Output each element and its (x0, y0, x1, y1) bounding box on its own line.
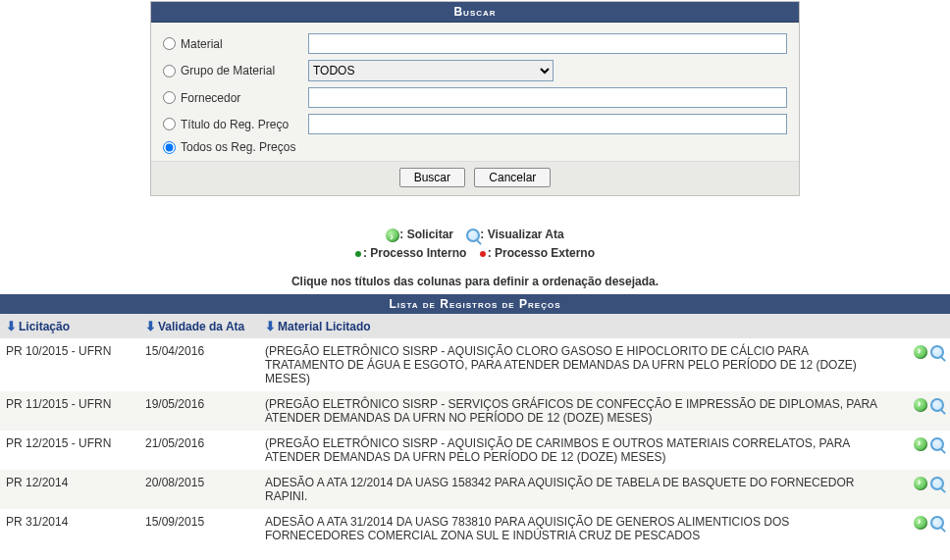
input-titulo[interactable] (308, 114, 787, 134)
cell-material: ADESÃO A ATA 31/2014 DA UASG 783810 PARA… (259, 509, 895, 548)
cell-actions (895, 509, 950, 548)
cell-validade: 15/04/2016 (139, 338, 259, 391)
cell-licitacao: PR 12/2014 (0, 470, 139, 509)
search-title: Buscar (151, 2, 799, 23)
cell-material: (PREGÃO ELETRÔNICO SISRP - SERVIÇOS GRÁF… (259, 391, 895, 431)
cancelar-button[interactable]: Cancelar (474, 168, 551, 187)
label-fornecedor: Fornecedor (181, 91, 308, 105)
cell-material: ADESÃO A ATA 12/2014 DA UASG 158342 PARA… (259, 470, 895, 509)
radio-grupo[interactable] (163, 65, 176, 77)
col-actions (895, 314, 950, 338)
table-row: PR 31/201415/09/2015ADESÃO A ATA 31/2014… (0, 509, 950, 548)
cell-licitacao: PR 10/2015 - UFRN (0, 338, 139, 391)
row-fornecedor: Fornecedor (163, 84, 787, 111)
table-row: PR 11/2015 - UFRN19/05/2016(PREGÃO ELETR… (0, 391, 950, 431)
cell-actions (895, 391, 950, 431)
label-titulo: Título do Reg. Preço (181, 118, 308, 131)
cell-validade: 15/09/2015 (139, 509, 259, 548)
select-grupo[interactable]: TODOS (308, 60, 554, 81)
input-fornecedor[interactable] (308, 87, 787, 108)
sort-arrow-icon: ⬇ (265, 319, 276, 333)
sort-arrow-icon: ⬇ (6, 319, 17, 333)
solicitar-icon[interactable] (914, 516, 927, 530)
legend-externo: : Processo Externo (488, 246, 595, 260)
legend-solicitar: : Solicitar (399, 228, 453, 241)
visualizar-icon[interactable] (930, 345, 944, 359)
row-grupo: Grupo de Material TODOS (163, 57, 787, 84)
visualizar-icon[interactable] (930, 398, 944, 412)
label-material: Material (181, 37, 308, 51)
solicitar-icon[interactable] (914, 437, 927, 451)
visualizar-icon (466, 229, 480, 242)
visualizar-icon[interactable] (930, 477, 944, 490)
col-validade[interactable]: ⬇Validade da Ata (139, 314, 259, 338)
visualizar-icon[interactable] (930, 516, 944, 530)
table-row: PR 12/201420/08/2015ADESÃO A ATA 12/2014… (0, 470, 950, 509)
radio-titulo[interactable] (163, 118, 176, 130)
col-licitacao[interactable]: ⬇Licitação (0, 314, 139, 338)
row-material: Material (163, 30, 787, 57)
solicitar-icon[interactable] (914, 345, 927, 359)
row-titulo: Título do Reg. Preço (163, 111, 787, 137)
cell-validade: 21/05/2016 (139, 431, 259, 470)
label-grupo: Grupo de Material (181, 64, 308, 77)
results-table: ⬇Licitação ⬇Validade da Ata ⬇Material Li… (0, 314, 950, 548)
cell-actions (895, 338, 950, 391)
processo-externo-icon (480, 251, 486, 257)
radio-fornecedor[interactable] (163, 91, 176, 104)
cell-licitacao: PR 11/2015 - UFRN (0, 391, 139, 431)
search-buttons: Buscar Cancelar (151, 161, 799, 195)
search-body: Material Grupo de Material TODOS Fornece… (151, 23, 799, 161)
visualizar-icon[interactable] (930, 437, 944, 451)
table-row: PR 12/2015 - UFRN21/05/2016(PREGÃO ELETR… (0, 431, 950, 470)
sort-arrow-icon: ⬇ (145, 319, 156, 333)
search-panel: Buscar Material Grupo de Material TODOS … (150, 1, 800, 196)
list-title: Lista de Registros de Preços (0, 294, 950, 314)
legend-visualizar: : Visualizar Ata (480, 228, 563, 241)
processo-interno-icon (355, 251, 361, 257)
solicitar-icon (386, 229, 399, 242)
solicitar-icon[interactable] (914, 398, 927, 412)
row-todos: Todos os Reg. Preços (163, 137, 787, 157)
cell-material: (PREGÃO ELETRÔNICO SISRP - AQUISIÇÃO CLO… (259, 338, 895, 391)
sort-instruction: Clique nos títulos das colunas para defi… (0, 269, 950, 294)
cell-licitacao: PR 31/2014 (0, 509, 139, 548)
legend: : Solicitar : Visualizar Ata : Processo … (0, 226, 950, 263)
buscar-button[interactable]: Buscar (399, 168, 465, 187)
cell-actions (895, 431, 950, 470)
cell-validade: 20/08/2015 (139, 470, 259, 509)
input-material[interactable] (308, 33, 787, 54)
col-material[interactable]: ⬇Material Licitado (259, 314, 895, 338)
label-todos: Todos os Reg. Preços (181, 140, 308, 154)
solicitar-icon[interactable] (914, 477, 927, 490)
cell-actions (895, 470, 950, 509)
cell-validade: 19/05/2016 (139, 391, 259, 431)
cell-licitacao: PR 12/2015 - UFRN (0, 431, 139, 470)
legend-interno: : Processo Interno (363, 246, 466, 260)
radio-todos[interactable] (163, 141, 176, 154)
table-row: PR 10/2015 - UFRN15/04/2016(PREGÃO ELETR… (0, 338, 950, 391)
cell-material: (PREGÃO ELETRÔNICO SISRP - AQUISIÇÃO DE … (259, 431, 895, 470)
radio-material[interactable] (163, 37, 176, 50)
